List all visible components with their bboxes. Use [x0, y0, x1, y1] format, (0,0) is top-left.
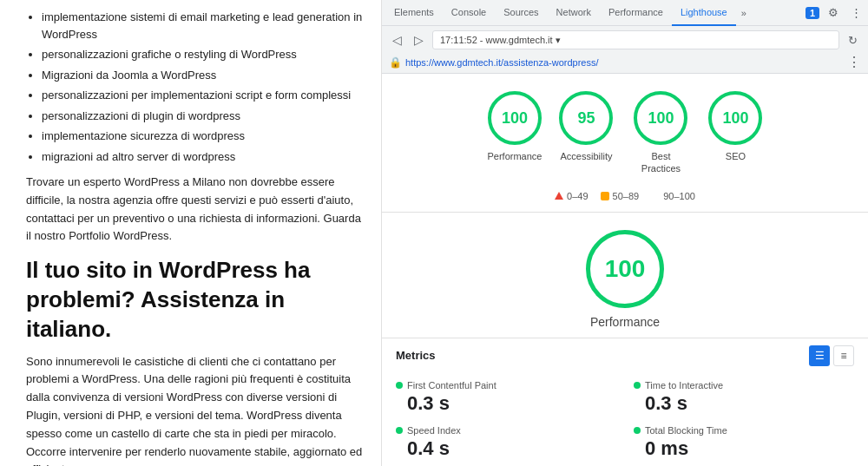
metrics-grid: First Contentful Paint0.3 sTime to Inter… [382, 373, 868, 466]
legend-good-label: 90–100 [663, 191, 695, 201]
paragraph-trovare: Trovare un esperto WordPress a Milano no… [26, 174, 364, 246]
tab-network[interactable]: Network [548, 0, 600, 26]
score-label: Best Practices [630, 150, 691, 175]
performance-label: Performance [590, 315, 660, 329]
legend-average-label: 50–89 [613, 191, 640, 201]
metric-value: 0 ms [634, 437, 854, 460]
legend-average: 50–89 [601, 191, 640, 201]
list-item: personalizzazioni di plugin di wordpress [42, 108, 364, 125]
score-item: 95Accessibility [559, 91, 613, 175]
settings-icon[interactable]: ⚙ [825, 4, 842, 22]
legend-fail-label: 0–49 [567, 191, 588, 201]
metric-value: 0.4 s [396, 437, 616, 460]
tab-icons-group: 1 ⚙ ⋮ [806, 4, 865, 22]
metric-name-label: Total Blocking Time [645, 425, 727, 436]
reload-icon[interactable]: ↻ [845, 32, 861, 49]
metric-status-dot [634, 382, 641, 389]
left-panel: implementazione sistemi di email marketi… [0, 0, 382, 466]
forward-icon[interactable]: ▷ [411, 31, 427, 49]
average-icon [601, 192, 609, 200]
url-more-icon[interactable]: ⋮ [847, 56, 861, 69]
score-label: Performance [488, 150, 542, 162]
feature-list: implementazione sistemi di email marketi… [26, 9, 364, 165]
metric-item: Time to Interactive0.3 s [634, 380, 854, 415]
list-item: implementazione sicurezza di wordpress [42, 128, 364, 145]
legend-fail: 0–49 [555, 191, 588, 201]
metric-item: Speed Index0.4 s [396, 425, 616, 460]
fail-icon [555, 192, 563, 200]
metric-item: Total Blocking Time0 ms [634, 425, 854, 460]
metric-name-row: Time to Interactive [634, 380, 854, 391]
score-circle: 100 [634, 91, 687, 145]
heading-wordpress-problems: Il tuo sito in WordPress ha problemi? As… [26, 256, 364, 344]
metric-value: 0.3 s [634, 392, 854, 415]
devtools-panel: Elements Console Sources Network Perform… [382, 0, 868, 466]
score-label: Accessibility [561, 150, 613, 162]
big-performance-circle: 100 [586, 230, 664, 308]
metrics-view-icon-blue[interactable]: ☰ [809, 345, 830, 366]
tab-more[interactable]: » [736, 8, 752, 18]
tab-lighthouse[interactable]: Lighthouse [672, 0, 736, 26]
metric-value: 0.3 s [396, 392, 616, 415]
lock-icon: 🔒 [389, 56, 402, 69]
list-item: personalizzazioni per implementazioni sc… [42, 87, 364, 104]
scores-row: 100Performance95Accessibility100Best Pra… [382, 74, 868, 186]
score-item: 100Best Practices [630, 91, 691, 175]
address-input[interactable] [432, 30, 839, 49]
score-circle: 100 [708, 91, 762, 145]
metric-status-dot [396, 382, 403, 389]
score-item: 100Performance [488, 91, 542, 175]
metric-name-label: First Contentful Paint [407, 380, 496, 391]
lighthouse-content: 100Performance95Accessibility100Best Pra… [382, 74, 868, 466]
score-circle: 95 [559, 91, 613, 145]
metric-name-label: Time to Interactive [645, 380, 723, 391]
metrics-header: Metrics ☰ ≡ [382, 338, 868, 373]
metric-name-row: First Contentful Paint [396, 380, 616, 391]
score-legend: 0–49 50–89 90–100 [382, 186, 868, 212]
address-bar: ◁ ▷ ↻ [382, 26, 868, 54]
metric-name-label: Speed Index [407, 425, 461, 436]
list-item: personalizzazioni grafiche o restyling d… [42, 46, 364, 63]
list-item: migrazioni ad altro server di wordpress [42, 148, 364, 166]
legend-good: 90–100 [651, 191, 695, 201]
back-icon[interactable]: ◁ [389, 31, 405, 49]
url-row: 🔒 https://www.gdmtech.it/assistenza-word… [382, 54, 868, 73]
tab-performance[interactable]: Performance [600, 0, 672, 26]
devtools-tabs-row: Elements Console Sources Network Perform… [382, 0, 868, 26]
metric-name-row: Total Blocking Time [634, 425, 854, 436]
metric-item: First Contentful Paint0.3 s [396, 380, 616, 415]
devtools-toolbar: Elements Console Sources Network Perform… [382, 0, 868, 74]
list-item: Migrazioni da Joomla a WordPress [42, 67, 364, 84]
tab-badge: 1 [806, 7, 819, 19]
list-item: implementazione sistemi di email marketi… [42, 9, 364, 43]
tab-elements[interactable]: Elements [385, 0, 443, 26]
metrics-title: Metrics [396, 349, 436, 362]
metric-status-dot [634, 427, 641, 434]
big-performance-value: 100 [605, 255, 646, 283]
metrics-icons: ☰ ≡ [809, 345, 854, 366]
dots-icon[interactable]: ⋮ [847, 4, 865, 22]
paragraph-sono: Sono innumerevoli le casistiche di clien… [26, 353, 364, 466]
metrics-view-icon-outline[interactable]: ≡ [833, 345, 854, 366]
metric-status-dot [396, 427, 403, 434]
score-item: 100SEO [708, 91, 762, 175]
metric-name-row: Speed Index [396, 425, 616, 436]
tab-console[interactable]: Console [443, 0, 495, 26]
tab-sources[interactable]: Sources [495, 0, 547, 26]
good-icon [651, 192, 660, 200]
score-circle: 100 [488, 91, 542, 145]
performance-section: 100 Performance [382, 213, 868, 338]
page-url[interactable]: https://www.gdmtech.it/assistenza-wordpr… [405, 57, 599, 68]
score-label: SEO [726, 150, 746, 162]
